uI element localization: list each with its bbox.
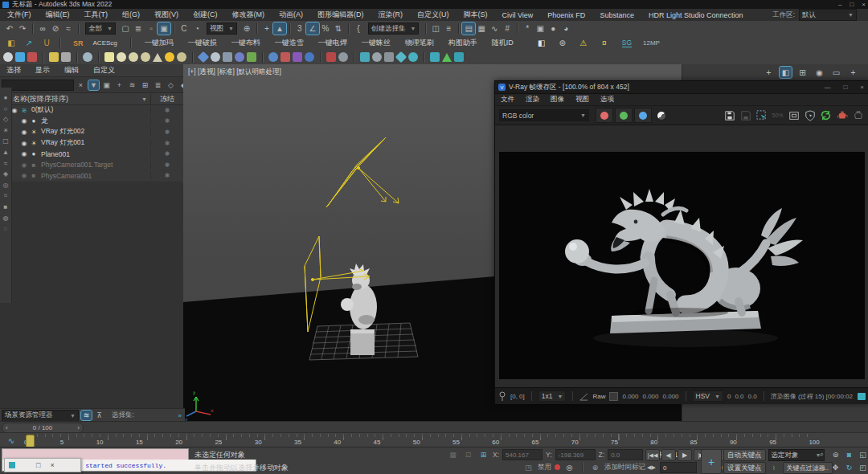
- freeze-toggle-icon[interactable]: ❄: [150, 150, 183, 157]
- render-last-icon[interactable]: [835, 109, 849, 122]
- vray-teapot-icon[interactable]: [3, 52, 13, 62]
- vfb-titlebar[interactable]: V V-Ray 帧缓存区 - [100.0% of 804 x 452] — □…: [495, 81, 868, 93]
- overflow-chevrons[interactable]: »: [178, 412, 182, 419]
- visibility-eye-icon[interactable]: ◉: [19, 172, 29, 179]
- script-btn-composition[interactable]: 构图助手: [448, 38, 477, 48]
- filter-shapes-icon[interactable]: ◇: [1, 116, 10, 123]
- ribbon-icon[interactable]: ▦: [475, 22, 488, 35]
- vfb-close-button[interactable]: ×: [860, 84, 864, 91]
- render-cloud-icon[interactable]: ◕: [559, 22, 572, 35]
- bind-to-space-warp-icon[interactable]: ≈: [62, 22, 75, 35]
- pen-icon[interactable]: [395, 51, 407, 63]
- script-btn-cloth[interactable]: 一键布料: [231, 38, 260, 48]
- gamma-icon[interactable]: ◧: [5, 37, 18, 49]
- menu-hdr-light-studio[interactable]: HDR Light Studio Connection: [641, 11, 751, 19]
- record-dot-icon[interactable]: [555, 464, 560, 470]
- use-pivot-point-icon[interactable]: ⊕: [240, 22, 253, 35]
- light-select-icon[interactable]: [61, 52, 71, 62]
- script-btn-physical-brush[interactable]: 物理笔刷: [405, 38, 434, 48]
- name-column-header[interactable]: 名称(按降序排序): [0, 94, 141, 104]
- set-key-button[interactable]: 设置关键点: [723, 462, 766, 474]
- explorer-pin-icon[interactable]: ⊼: [94, 411, 104, 420]
- light-lister-icon[interactable]: [49, 52, 59, 62]
- select-and-move-icon[interactable]: +: [260, 22, 273, 35]
- channel-dropdown[interactable]: RGB color▼: [499, 109, 589, 121]
- redo-icon[interactable]: ↷: [16, 22, 29, 35]
- selection-lock-icon[interactable]: ⊡: [462, 450, 474, 460]
- menu-graph-editors[interactable]: 图形编辑器(D): [310, 10, 371, 20]
- zoom-all-icon[interactable]: ⊚: [829, 449, 841, 460]
- maximize-button[interactable]: □: [850, 1, 854, 8]
- listener-mini-window[interactable]: □ ×: [4, 458, 81, 472]
- time-slider[interactable]: ∿ 05101520253035404550556065707580859095…: [0, 432, 868, 447]
- flatten-layer-icon[interactable]: ≣: [153, 80, 163, 90]
- filter-misc-icon[interactable]: ◌: [1, 225, 10, 232]
- tab-motion[interactable]: ◉: [813, 67, 825, 78]
- mirror-icon[interactable]: ◫: [429, 22, 442, 35]
- explorer-search-input[interactable]: [2, 80, 74, 91]
- pixel-zoom-dropdown[interactable]: 1x1▼: [538, 390, 567, 402]
- schematic-view-icon[interactable]: #: [501, 22, 514, 35]
- set-keys-button[interactable]: +: [701, 449, 722, 474]
- curve-editor-icon[interactable]: ∿: [488, 22, 501, 35]
- filter-bones-icon[interactable]: ⌗: [1, 192, 10, 199]
- menu-animation[interactable]: 动画(A): [272, 10, 310, 20]
- timeline-ruler[interactable]: 0510152025303540455055606570758085909510…: [23, 433, 826, 447]
- menu-substance[interactable]: Substance: [592, 11, 641, 19]
- auto-key-button[interactable]: 自动关键点: [723, 449, 766, 461]
- create-layer-icon[interactable]: +: [114, 80, 125, 90]
- filter-helpers-icon[interactable]: ▲: [1, 149, 10, 156]
- key-mode-icon[interactable]: ⌇: [768, 463, 780, 473]
- select-and-place-icon[interactable]: ▲: [273, 22, 286, 35]
- visibility-eye-icon[interactable]: ◉: [19, 129, 29, 136]
- lock-explorer-icon[interactable]: ▣: [101, 80, 112, 90]
- purple-window-icon[interactable]: [293, 52, 302, 62]
- vray-frame-buffer-window[interactable]: V V-Ray 帧缓存区 - [100.0% of 804 x 452] — □…: [494, 80, 868, 403]
- layer-manager-icon[interactable]: ▤: [462, 22, 475, 35]
- cone-primitive-icon[interactable]: [153, 53, 162, 62]
- previous-frame-icon[interactable]: ◀|: [661, 449, 676, 461]
- freeze-toggle-icon[interactable]: ❄: [150, 129, 183, 136]
- close-button[interactable]: ×: [862, 1, 866, 8]
- key-step-toggle-icon[interactable]: ◀▶: [645, 463, 657, 473]
- angle-snap-icon[interactable]: ∠: [306, 22, 319, 35]
- flower-icon[interactable]: [235, 52, 244, 62]
- explorer-dock-icon[interactable]: ≋: [81, 411, 92, 420]
- adaptive-degradation-icon[interactable]: ◳: [522, 462, 534, 472]
- filter-cameras-icon[interactable]: ▢: [1, 137, 10, 145]
- freeze-toggle-icon[interactable]: ❄: [150, 161, 183, 169]
- select-by-name-icon[interactable]: ≣: [132, 22, 145, 35]
- tab-display[interactable]: ▭: [830, 67, 842, 78]
- add-time-tag-icon[interactable]: ⊕: [589, 462, 601, 472]
- zoom-region-icon[interactable]: ◱: [857, 449, 868, 460]
- filter-spacewarps-icon[interactable]: ≈: [1, 160, 10, 167]
- red-channel-button[interactable]: [596, 108, 613, 123]
- contrast-icon[interactable]: ◧: [535, 37, 548, 49]
- filter-icon[interactable]: ▼: [88, 80, 99, 90]
- tab-hierarchy[interactable]: ⊞: [796, 67, 809, 78]
- minimize-button[interactable]: –: [838, 1, 841, 8]
- vfb-settings-shield-icon[interactable]: [803, 109, 817, 122]
- vfb-menu-options[interactable]: 选项: [595, 95, 620, 104]
- interactive-update-icon[interactable]: [819, 109, 833, 122]
- teapot-primitive-icon[interactable]: [141, 52, 150, 62]
- blue-channel-button[interactable]: [634, 108, 652, 123]
- align-icon[interactable]: ≡: [442, 22, 455, 35]
- aces-label[interactable]: ACEScg: [93, 39, 117, 47]
- hsv-dropdown[interactable]: HSV▼: [693, 390, 723, 402]
- spinner-snap-icon[interactable]: ⇅: [332, 22, 345, 35]
- script-btn-weld[interactable]: 一键电焊: [318, 38, 347, 48]
- explorer-menu-edit[interactable]: 编辑: [58, 65, 85, 76]
- vfb-maximize-button[interactable]: □: [843, 84, 847, 91]
- orbit-icon[interactable]: ↻: [843, 462, 855, 472]
- help-ring-icon[interactable]: [338, 52, 348, 62]
- transfer-icon[interactable]: [454, 52, 464, 62]
- filter-lights-icon[interactable]: ☀: [1, 127, 10, 134]
- vfb-menu-image[interactable]: 图像: [545, 95, 570, 104]
- explorer-menu-select[interactable]: 选择: [0, 65, 27, 76]
- explorer-selector-dropdown[interactable]: 场景资源管理器▼: [2, 410, 79, 422]
- sun-light-icon[interactable]: [165, 52, 174, 62]
- color-dots-icon[interactable]: [280, 52, 290, 62]
- clipboard-icon[interactable]: [326, 52, 336, 62]
- filter-all-icon[interactable]: ●: [1, 94, 10, 101]
